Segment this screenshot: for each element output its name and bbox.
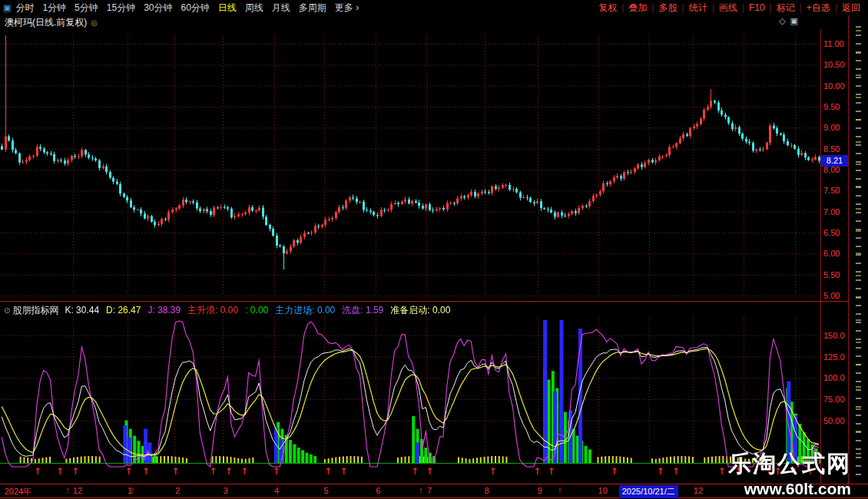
menu-item[interactable]: 更多 › — [335, 2, 359, 15]
price-axis-label: 6.50 — [823, 228, 840, 237]
tools-menu: 复权叠加多股统计画线F10标记+自选返回 — [598, 2, 868, 15]
menu-item[interactable]: 多周期 — [299, 2, 326, 15]
candlestick-chart[interactable] — [0, 29, 820, 301]
indicator-header: ⊙股朋指标网K: 30.44D: 26.47J: 38.39主升浪: 0.00:… — [4, 305, 457, 316]
time-axis-label: 4 — [274, 486, 279, 495]
menu-item[interactable]: +自选 — [795, 2, 830, 15]
indicator-field: D: 26.47 — [106, 305, 141, 316]
indicator-dropdown-icon[interactable]: ◎ — [91, 18, 98, 27]
menu-item[interactable]: 画线 — [707, 2, 737, 15]
period-menu: 分时1分钟5分钟15分钟30分钟60分钟日线周线月线多周期更多 › — [15, 2, 367, 15]
menu-item[interactable]: 复权 — [598, 2, 617, 15]
price-axis-label: 5.50 — [823, 270, 840, 279]
price-axis-label: 9.00 — [823, 123, 840, 132]
right-sidebar[interactable] — [849, 15, 868, 497]
signal-arrow-icon: ↑ — [65, 485, 70, 496]
menu-item[interactable]: 1分钟 — [42, 2, 66, 15]
time-axis-label: 3 — [223, 486, 227, 495]
price-axis-label: 7.00 — [823, 207, 840, 216]
price-axis-label: 10.00 — [823, 81, 845, 91]
menu-item[interactable]: 统计 — [678, 2, 707, 15]
menu-item[interactable]: 5分钟 — [75, 2, 98, 15]
indicator-field: 洗盘: 1.59 — [342, 304, 383, 317]
watermark-site-url: www.60lt.com — [728, 480, 851, 498]
indicator-axis-label: 50.00 — [823, 416, 845, 425]
indicator-field: 主力进场: 0.00 — [275, 304, 335, 317]
time-axis-label: 12 — [694, 486, 703, 495]
menu-item[interactable]: 返回 — [830, 2, 860, 15]
time-axis-label: 2024年 — [5, 486, 31, 497]
watermark-site-name: 乐淘公式网 — [728, 448, 851, 480]
cursor-date-box: 2025/10/21/二 — [619, 485, 678, 498]
indicator-chart[interactable] — [0, 301, 820, 484]
indicator-field: 准备启动: 0.00 — [390, 304, 450, 317]
signal-arrow-icon: ↑ — [557, 485, 562, 496]
price-axis-label: 7.50 — [823, 186, 840, 195]
time-axis-label: 5 — [323, 486, 328, 495]
menu-item[interactable]: 日线 — [218, 2, 237, 15]
menu-item[interactable]: 60分钟 — [181, 2, 210, 15]
indicator-axis-label: 125.0 — [823, 352, 845, 362]
indicator-field: 主升浪: 0.00 — [187, 304, 238, 317]
stock-title: 澳柯玛(日线.前复权) — [5, 16, 87, 29]
price-axis-label: 6.00 — [823, 249, 840, 258]
menu-item[interactable]: 多股 — [647, 2, 677, 15]
signal-arrow-icon: ↑ — [131, 485, 135, 496]
menu-item[interactable]: 分时 — [15, 2, 34, 15]
panel-divider — [0, 301, 849, 302]
signal-arrow-icon: ↑ — [419, 485, 423, 496]
indicator-field: K: 30.44 — [65, 305, 99, 316]
time-axis-label: 12 — [73, 486, 82, 495]
indicator-name[interactable]: 股朋指标网 — [12, 304, 58, 317]
price-axis-label: 11.00 — [823, 39, 844, 48]
indicator-bullet-icon: ⊙ — [4, 306, 10, 315]
window-icon[interactable]: ▣ — [790, 16, 803, 25]
app-icon[interactable]: ▣ — [3, 3, 11, 13]
top-menubar: ▣ 分时1分钟5分钟15分钟30分钟60分钟日线周线月线多周期更多 › 复权叠加… — [0, 0, 868, 15]
time-axis-label: 10 — [598, 486, 608, 495]
menu-item[interactable]: 叠加 — [617, 2, 647, 15]
menu-item[interactable]: 30分钟 — [144, 2, 172, 15]
price-axis-label: 5.00 — [823, 291, 840, 300]
menu-item[interactable]: 标记 — [765, 2, 795, 15]
chart-title-row: 澳柯玛(日线.前复权) ◎ ◇▣ — [0, 15, 849, 29]
watermark: 乐淘公式网 www.60lt.com — [728, 448, 851, 498]
time-axis-label: 2 — [175, 486, 180, 495]
last-price-box: 8.21 — [820, 155, 849, 167]
price-axis-label: 10.50 — [823, 60, 845, 69]
time-axis-label: 6 — [376, 486, 380, 495]
indicator-axis-label: 100.0 — [823, 373, 845, 382]
indicator-field: : 0.00 — [245, 305, 268, 316]
menu-item[interactable]: 月线 — [272, 2, 290, 15]
axis-separator-line — [820, 29, 821, 484]
menu-item[interactable]: 15分钟 — [107, 2, 135, 15]
time-axis-label: 7 — [427, 486, 432, 495]
time-axis-label: 9 — [537, 486, 542, 495]
diamond-icon[interactable]: ◇ — [779, 16, 790, 25]
indicator-field: J: 38.39 — [147, 305, 181, 316]
indicator-axis-label: 150.0 — [823, 331, 845, 340]
price-axis-label: 8.50 — [823, 144, 840, 154]
menu-item[interactable]: F10 — [737, 2, 765, 13]
menu-item[interactable]: 周线 — [245, 2, 263, 15]
indicator-axis-label: 75.00 — [823, 395, 845, 404]
price-axis-label: 9.50 — [823, 102, 840, 111]
app-window: ▣ 分时1分钟5分钟15分钟30分钟60分钟日线周线月线多周期更多 › 复权叠加… — [0, 0, 868, 499]
time-axis-label: 8 — [485, 486, 489, 495]
